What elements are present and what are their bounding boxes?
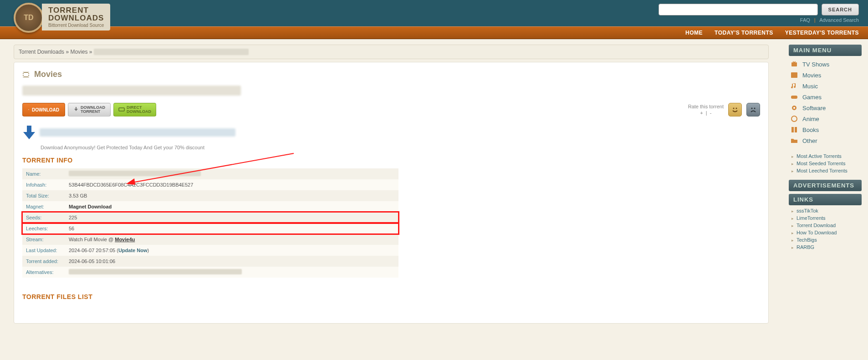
faq-link[interactable]: FAQ [800,17,810,23]
big-download-arrow-icon [22,125,36,140]
extlink-rarbg[interactable]: RARBG [789,243,862,251]
rate-text: Rate this torrent + | - [688,103,724,117]
stream-link[interactable]: Movie4u [115,237,135,242]
extlink-techbigs[interactable]: TechBigs [789,236,862,243]
info-row-updated: Last Updated: 2024-06-07 20:57:05 (Updat… [22,245,398,256]
smile-icon [731,106,739,114]
torrent-info-title: TORRENT INFO [22,157,760,164]
sidebar-item-games[interactable]: Games [789,91,862,102]
info-row-magnet: Magnet: Magnet Download [22,201,398,212]
globe-icon [791,115,798,122]
svg-rect-8 [119,108,124,111]
svg-rect-6 [28,74,29,75]
sidebar-links-header: LINKS [789,194,862,205]
rate-plus[interactable]: + [700,110,703,116]
breadcrumb-root[interactable]: Torrent Downloads [19,49,64,55]
download-arrow-icon [73,107,79,112]
rate-good-button[interactable] [728,103,742,117]
magnet-download-link[interactable]: Magnet Download [69,204,112,209]
category-heading: Movies [22,70,760,79]
nav-today[interactable]: TODAY'S TORRENTS [715,30,773,36]
sidebar-label: Anime [802,116,819,122]
logo[interactable]: TD TORRENT DOWNLOADS Bittorrent Download… [14,0,110,28]
info-row-hash: Infohash: 53B44FBDCD365E6F08C4A2C3FCCDD3… [22,179,398,190]
sidebar-item-anime[interactable]: Anime [789,113,862,124]
extlink-limetorrents[interactable]: LimeTorrents [789,214,862,222]
breadcrumb-title-redacted [94,49,249,55]
sidebar-sublinks: Most Active Torrents Most Seeded Torrent… [789,151,862,180]
sidebar-item-books[interactable]: Books [789,124,862,135]
torrent-files-list-title: TORRENT FILES LIST [22,293,760,300]
sidebar-label: Books [802,127,819,133]
button-row: DOWNLOAD DOWNLOAD TORRENT [22,103,760,117]
sublink-label: Most Leeched Torrents [797,168,848,173]
anonymous-download-row [22,125,760,140]
sidebar-label: Movies [802,72,821,79]
search-input[interactable] [659,4,818,15]
sidebar-label: Games [802,94,822,101]
download-button[interactable]: DOWNLOAD [22,103,65,117]
svg-point-10 [736,108,737,109]
sidebar-item-music[interactable]: Music [789,81,862,91]
sidebar-item-other[interactable]: Other [789,135,862,146]
search-links: FAQ | Advanced Search [800,17,859,23]
breadcrumb: Torrent Downloads » Movies » [14,45,769,59]
extlink-label: RARBG [797,244,814,250]
nav-yesterday[interactable]: YESTERDAY'S TORRENTS [785,30,859,36]
sidebar-item-movies[interactable]: Movies [789,70,862,81]
rate-bad-button[interactable] [746,103,760,117]
info-value-hash: 53B44FBDCD365E6F08C4A2C3FCCDD3D19BB4E527 [65,179,398,190]
svg-point-11 [751,108,753,109]
info-value-leech: 56 [65,223,398,234]
info-label-updated: Last Updated: [22,245,65,256]
extlink-how-to-download[interactable]: How To Download [789,229,862,236]
info-label-alt: Alternatives: [22,267,65,278]
main-column: Torrent Downloads » Movies » Movies DOWN… [14,45,769,324]
film-icon [791,71,798,79]
gear-icon [791,104,798,112]
sublink-most-active[interactable]: Most Active Torrents [789,152,862,160]
direct-label-2: DOWNLOAD [127,110,151,114]
sidebar-item-software[interactable]: Software [789,102,862,113]
info-label-stream: Stream: [22,234,65,245]
sidebar-label: Software [802,105,826,112]
direct-download-button[interactable]: DIRECT DOWNLOAD [113,103,156,117]
torrent-title-redacted [22,86,241,96]
sidebar-label: TV Shows [802,61,829,68]
svg-rect-15 [791,62,797,66]
update-now-link[interactable]: Update Now [118,248,148,253]
info-value-seeds: 225 [65,212,398,223]
sidebar-ext-links: sssTikTok LimeTorrents Torrent Download … [789,205,862,256]
download-torrent-button[interactable]: DOWNLOAD TORRENT [68,103,111,117]
extlink-label: How To Download [797,230,837,235]
svg-rect-5 [28,72,29,73]
info-stream-prefix: Watch Full Movie @ [69,237,115,242]
info-label-size: Total Size: [22,190,65,201]
info-updated-suffix: ) [147,248,149,253]
info-label-leech: Leechers: [22,223,65,234]
anon-link-redacted[interactable] [40,128,235,137]
rate-sep: | [706,110,707,116]
sidebar-item-tv-shows[interactable]: TV Shows [789,59,862,70]
rate-minus[interactable]: - [710,110,712,116]
breadcrumb-cat[interactable]: Movies [70,49,87,55]
sublink-most-leeched[interactable]: Most Leeched Torrents [789,167,862,174]
info-row-added: Torrent added: 2024-06-05 10:01:06 [22,256,398,267]
svg-rect-7 [28,76,29,77]
top-header: TD TORRENT DOWNLOADS Bittorrent Download… [0,0,868,26]
download-button-label: DOWNLOAD [32,107,59,112]
extlink-ssstiktok[interactable]: sssTikTok [789,207,862,214]
svg-rect-4 [23,76,24,77]
frown-icon [749,106,757,114]
torrent-info-table: Name: Infohash: 53B44FBDCD365E6F08C4A2C3… [22,168,398,278]
sublink-label: Most Active Torrents [797,153,842,159]
svg-point-12 [754,108,756,109]
extlink-torrent-download[interactable]: Torrent Download [789,222,862,229]
film-icon [22,71,30,78]
info-row-size: Total Size: 3.53 GB [22,190,398,201]
sublink-most-seeded[interactable]: Most Seeded Torrents [789,160,862,167]
advanced-search-link[interactable]: Advanced Search [819,17,859,23]
info-alt-redacted [69,269,242,274]
nav-home[interactable]: HOME [685,30,703,36]
search-button[interactable]: SEARCH [822,4,859,15]
